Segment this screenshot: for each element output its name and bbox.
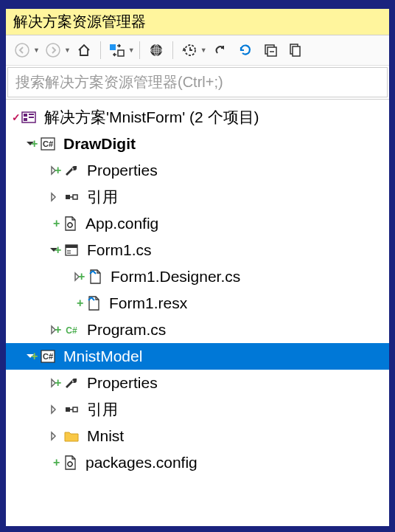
references-node[interactable]: 引用 bbox=[6, 184, 389, 210]
search-row bbox=[6, 66, 389, 100]
svg-text:C#: C# bbox=[66, 325, 77, 336]
references-label: 引用 bbox=[87, 399, 383, 420]
file-node-form1-resx[interactable]: + Form1.resx bbox=[6, 290, 389, 317]
toolbar: ▼ ▼ ▼ ▼ bbox=[6, 35, 389, 66]
search-input[interactable] bbox=[7, 67, 388, 97]
refresh-button[interactable] bbox=[234, 38, 257, 62]
sync-icon bbox=[109, 43, 125, 58]
arrow-left-icon bbox=[15, 43, 29, 58]
file-label: Form1.Designer.cs bbox=[111, 268, 383, 286]
clock-back-icon bbox=[182, 43, 197, 58]
expander-icon[interactable] bbox=[47, 429, 60, 443]
svg-rect-3 bbox=[118, 50, 124, 56]
sync-dropdown[interactable]: ▼ bbox=[128, 46, 135, 54]
folder-label: Mnist bbox=[87, 427, 383, 445]
svg-rect-17 bbox=[29, 114, 34, 115]
svg-point-1 bbox=[46, 44, 60, 57]
panel-title: 解决方案资源管理器 bbox=[6, 9, 389, 35]
project-label: MnistModel bbox=[63, 348, 383, 365]
svg-rect-29 bbox=[67, 252, 71, 254]
project-node-drawdigit[interactable]: + C# DrawDigit bbox=[6, 131, 389, 157]
globe-icon bbox=[149, 43, 164, 58]
config-file-icon: + bbox=[60, 215, 80, 232]
solution-label: 解决方案'MnistForm' (2 个项目) bbox=[44, 107, 383, 128]
svg-rect-14 bbox=[293, 46, 300, 56]
collapse-all-button[interactable] bbox=[259, 38, 282, 62]
file-label: Form1.cs bbox=[87, 241, 383, 259]
solution-icon bbox=[19, 109, 38, 125]
file-node-program[interactable]: + C# Program.cs bbox=[6, 317, 389, 343]
file-label: Form1.resx bbox=[109, 294, 383, 312]
solution-tree: ✓ 解决方案'MnistForm' (2 个项目) + C# DrawDigit… bbox=[6, 100, 389, 480]
refresh-icon bbox=[238, 43, 253, 58]
arrow-right-icon bbox=[46, 43, 60, 58]
solution-node[interactable]: ✓ 解决方案'MnistForm' (2 个项目) bbox=[6, 104, 389, 131]
svg-rect-18 bbox=[29, 117, 34, 118]
references-node-2[interactable]: 引用 bbox=[6, 396, 389, 423]
references-icon bbox=[62, 401, 81, 418]
properties-node-2[interactable]: + Properties bbox=[6, 370, 389, 396]
file-node-appconfig[interactable]: + App.config bbox=[6, 210, 389, 237]
properties-label: Properties bbox=[87, 374, 383, 392]
pending-changes-button[interactable] bbox=[178, 38, 201, 62]
undo-button[interactable] bbox=[209, 38, 232, 62]
sync-button[interactable] bbox=[105, 38, 129, 62]
svg-rect-2 bbox=[110, 44, 116, 50]
properties-node[interactable]: + Properties bbox=[6, 157, 389, 184]
files-icon bbox=[288, 43, 303, 58]
collapse-icon bbox=[263, 43, 278, 58]
undo-icon bbox=[213, 43, 228, 58]
home-button[interactable] bbox=[72, 38, 96, 62]
properties-label: Properties bbox=[87, 162, 383, 179]
file-label: packages.config bbox=[85, 454, 383, 471]
svg-rect-23 bbox=[73, 195, 77, 199]
file-label: Program.cs bbox=[87, 321, 383, 339]
references-icon bbox=[62, 189, 81, 205]
pending-dropdown[interactable]: ▼ bbox=[200, 46, 207, 54]
home-icon bbox=[77, 43, 91, 58]
scope-button[interactable] bbox=[144, 38, 168, 62]
svg-rect-19 bbox=[24, 118, 27, 121]
file-node-packages[interactable]: + packages.config bbox=[6, 449, 389, 476]
svg-rect-22 bbox=[66, 195, 70, 199]
wrench-icon: + bbox=[62, 375, 81, 391]
nav-forward-button[interactable] bbox=[41, 38, 65, 62]
svg-rect-28 bbox=[67, 250, 71, 252]
svg-text:C#: C# bbox=[43, 352, 53, 361]
form-icon: + bbox=[62, 242, 81, 258]
project-node-mnistmodel[interactable]: + C# MnistModel bbox=[6, 343, 389, 370]
folder-icon bbox=[62, 428, 81, 444]
cs-file-icon: + bbox=[84, 295, 103, 311]
svg-rect-16 bbox=[24, 114, 27, 117]
svg-rect-34 bbox=[73, 407, 77, 412]
file-node-form1-designer[interactable]: + Form1.Designer.cs bbox=[6, 263, 389, 290]
folder-node-mnist[interactable]: Mnist bbox=[6, 423, 389, 449]
svg-rect-33 bbox=[66, 407, 70, 412]
config-file-icon: + bbox=[60, 455, 80, 471]
wrench-icon: + bbox=[62, 162, 81, 179]
csharp-project-icon: + C# bbox=[38, 136, 57, 152]
svg-rect-27 bbox=[66, 245, 77, 248]
project-label: DrawDigit bbox=[63, 135, 383, 153]
nav-forward-dropdown[interactable]: ▼ bbox=[64, 46, 71, 54]
svg-text:C#: C# bbox=[43, 139, 53, 148]
expander-icon[interactable] bbox=[47, 403, 60, 416]
references-label: 引用 bbox=[87, 187, 383, 207]
nav-back-button[interactable] bbox=[10, 38, 34, 62]
cs-file-icon: + bbox=[85, 269, 105, 285]
expander-icon[interactable] bbox=[47, 190, 60, 204]
csharp-project-icon: + C# bbox=[38, 348, 57, 365]
svg-point-0 bbox=[15, 44, 29, 57]
file-node-form1[interactable]: + Form1.cs bbox=[6, 237, 389, 263]
cs-file-icon: + C# bbox=[62, 322, 81, 338]
show-all-button[interactable] bbox=[284, 38, 307, 62]
nav-back-dropdown[interactable]: ▼ bbox=[33, 46, 40, 54]
file-label: App.config bbox=[85, 215, 383, 232]
